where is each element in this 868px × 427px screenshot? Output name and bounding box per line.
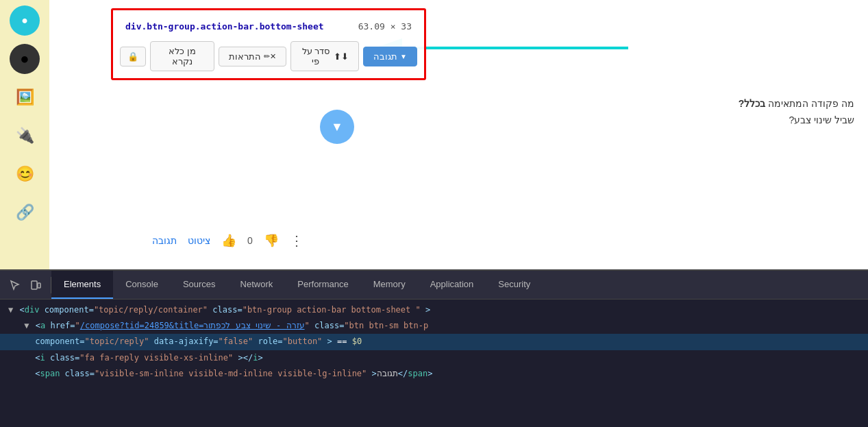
- forum-question-text: ה פקודה המתאימה: [765, 98, 847, 109]
- code-line-5[interactable]: <span class="visible-sm-inline visible-m…: [0, 366, 868, 382]
- href-link[interactable]: /compose?tid=24859&title=עזרה - שינוי צב…: [80, 321, 305, 330]
- forum-prefix: מ: [847, 98, 854, 109]
- sidebar-icon-image[interactable]: 🖼️: [10, 82, 40, 112]
- reply-row: ⋮ 👎 0 👍 ציטוט תגובה: [152, 232, 854, 249]
- tab-performance[interactable]: Performance: [285, 271, 360, 299]
- forum-bold-text: בכלל?: [739, 98, 766, 109]
- browser-content: ● ● 🖼️ 🔌 😊 🔗 div.btn-group.action-bar.bo…: [0, 0, 868, 269]
- dollar-zero: $0: [352, 337, 362, 346]
- element-name: div.btn-group.action-bar.bottom-sheet: [125, 21, 324, 32]
- lock-icon: 🔒: [127, 51, 138, 62]
- code-line-4[interactable]: <i class="fa fa-reply visible-xs-inline"…: [0, 350, 868, 366]
- dropdown-arrow-icon: ▼: [400, 53, 407, 60]
- sidebar-icon-circuit[interactable]: 🔌: [10, 121, 40, 151]
- tab-elements[interactable]: Elements: [51, 271, 113, 299]
- highlight-box: div.btn-group.action-bar.bottom-sheet 63…: [111, 8, 426, 80]
- code-line-3[interactable]: component="topic/reply" data-ajaxify="fa…: [0, 334, 868, 350]
- reply-link[interactable]: תגובה: [152, 235, 177, 246]
- sidebar-icon-link[interactable]: 🔗: [10, 197, 40, 228]
- vote-count: 0: [247, 235, 253, 246]
- sidebar-icon-dark[interactable]: ●: [10, 44, 40, 74]
- sort-chevron-icon: ⬆⬇: [334, 51, 349, 62]
- action-bar-buttons: תגובה ▼ סדר על פי ⬆⬇ התראות ✏✕ מן כלא: [120, 41, 417, 71]
- sidebar-icon-smiley[interactable]: 😊: [10, 159, 40, 189]
- sidebar: ● ● 🖼️ 🔌 😊 🔗: [0, 0, 49, 269]
- tab-sources[interactable]: Sources: [171, 271, 228, 299]
- tab-security[interactable]: Security: [486, 271, 543, 299]
- upvote-button[interactable]: 👍: [221, 233, 236, 248]
- element-size: 63.09 × 33: [358, 21, 412, 32]
- downvote-button[interactable]: 👎: [264, 233, 279, 248]
- unread-button[interactable]: מן כלא נקרא: [150, 41, 214, 71]
- inspect-element-icon[interactable]: [7, 277, 23, 293]
- devtools-code-content: ▼ <div component="topic/reply/container"…: [0, 300, 868, 427]
- sidebar-icon-teal[interactable]: ●: [10, 5, 40, 36]
- forum-line2: שביל שינוי צבע?: [739, 112, 854, 129]
- device-toolbar-icon[interactable]: [27, 277, 44, 293]
- inspector-overlay: div.btn-group.action-bar.bottom-sheet 63…: [111, 8, 426, 80]
- tab-network[interactable]: Network: [228, 271, 286, 299]
- forum-content: מה פקודה המתאימה בכלל? שביל שינוי צבע?: [739, 96, 854, 129]
- content-area: div.btn-group.action-bar.bottom-sheet 63…: [49, 0, 868, 269]
- tab-memory[interactable]: Memory: [361, 271, 418, 299]
- triangle-icon: ▼: [8, 305, 13, 315]
- svg-rect-2: [32, 281, 37, 289]
- forum-question: מה פקודה המתאימה בכלל?: [739, 96, 854, 112]
- sort-button[interactable]: סדר על פי ⬆⬇: [290, 41, 360, 71]
- devtools-tabs: Elements Console Sources Network Perform…: [0, 271, 868, 300]
- tab-console[interactable]: Console: [113, 271, 171, 299]
- svg-rect-3: [38, 283, 40, 288]
- code-line-1[interactable]: ▼ <div component="topic/reply/container"…: [0, 302, 868, 318]
- reply-button[interactable]: תגובה ▼: [363, 47, 417, 66]
- lock-button[interactable]: 🔒: [120, 47, 146, 66]
- quote-link[interactable]: ציטוט: [188, 235, 210, 246]
- tab-application[interactable]: Application: [418, 271, 486, 299]
- triangle-icon-2: ▼: [24, 321, 29, 330]
- element-tooltip: div.btn-group.action-bar.bottom-sheet 63…: [120, 17, 417, 36]
- preferences-button[interactable]: התראות ✏✕: [219, 47, 286, 66]
- code-line-2[interactable]: ▼ <a href="/compose?tid=24859&title=עזרה…: [0, 318, 868, 334]
- pencil-cross-icon: ✏✕: [264, 52, 276, 61]
- more-options-button[interactable]: ⋮: [290, 232, 304, 249]
- main-container: ● ● 🖼️ 🔌 😊 🔗 div.btn-group.action-bar.bo…: [0, 0, 868, 427]
- devtools-panel: Elements Console Sources Network Perform…: [0, 269, 868, 427]
- blue-dropdown-button[interactable]: ▼: [320, 110, 354, 144]
- devtools-side-icons: [0, 277, 51, 293]
